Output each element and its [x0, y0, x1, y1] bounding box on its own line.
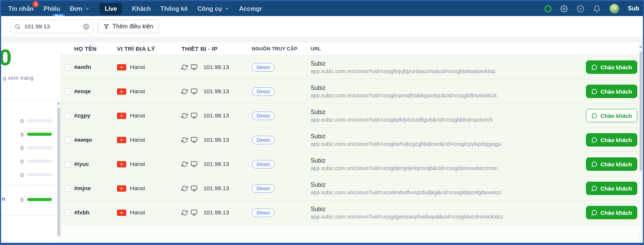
traffic-source-badge: Direct: [252, 87, 275, 96]
search-input[interactable]: [23, 23, 83, 30]
row-checkbox[interactable]: [64, 161, 71, 167]
visitor-city: Hanoi: [130, 136, 145, 143]
nav-item-label: Tin nhắn: [8, 5, 34, 12]
sidebar-scrollbar[interactable]: [57, 100, 61, 243]
clear-search-icon[interactable]: ✕: [83, 23, 89, 30]
avatar[interactable]: [609, 4, 619, 14]
bell-icon[interactable]: [593, 5, 601, 13]
nav-item-live[interactable]: Live: [99, 3, 122, 15]
table-row[interactable]: #zgpy ★ Hanoi 101.99.13 Direct Subiz app…: [61, 104, 639, 128]
visitor-ip: 101.99.13: [203, 209, 229, 216]
nav-item-label: Live: [105, 5, 117, 12]
table-row[interactable]: #awqo ★ Hanoi 101.99.13 Direct Subiz app…: [61, 128, 639, 152]
nav-item-tickets[interactable]: Phiếu Beta: [42, 4, 61, 14]
traffic-source-badge: Direct: [252, 136, 275, 144]
stat-value: 0: [20, 118, 23, 124]
unread-count-badge: 1: [32, 1, 39, 7]
online-status-icon[interactable]: [545, 5, 552, 12]
row-checkbox[interactable]: [64, 137, 71, 143]
desktop-monitor-icon: [191, 88, 197, 95]
navbar-right: Sub: [545, 4, 639, 14]
visitor-city: Hanoi: [130, 161, 145, 167]
section-divider: [1, 37, 643, 43]
table-row[interactable]: #amfn ★ Hanoi 101.99.13 Direct Subiz app…: [61, 55, 639, 79]
greet-visitor-button[interactable]: Chào khách: [586, 109, 637, 122]
visitor-ip: 101.99.13: [203, 136, 229, 143]
check-circle-icon[interactable]: [577, 5, 584, 13]
site-name: Subiz: [311, 206, 584, 213]
browser-refresh-icon: [181, 185, 188, 192]
chat-bubble-icon: [591, 137, 597, 143]
nav-item-label: Công cụ: [197, 5, 222, 12]
search-box[interactable]: ✕: [10, 20, 93, 33]
live-stats-sidebar: 0 g xem trang 0 9 0 0 0 n 9: [1, 43, 61, 243]
greet-visitor-button[interactable]: Chào khách: [586, 206, 637, 219]
vietnam-flag-icon: ★: [117, 64, 126, 70]
sidebar-scrollbar-thumb[interactable]: [57, 108, 60, 236]
row-checkbox[interactable]: [64, 210, 71, 216]
chat-bubble-icon: [591, 64, 597, 70]
desktop-monitor-icon: [191, 136, 197, 143]
greet-visitor-button[interactable]: Chào khách: [586, 182, 637, 195]
table-body: #amfn ★ Hanoi 101.99.13 Direct Subiz app…: [61, 55, 639, 225]
greet-button-label: Chào khách: [600, 113, 632, 119]
search-icon: [15, 23, 21, 30]
nav-item-orders[interactable]: Đơn: [69, 4, 91, 14]
stat-bar: [27, 133, 52, 136]
nav-item-messages[interactable]: Tin nhắn 1: [7, 4, 34, 14]
greet-visitor-button[interactable]: Chào khách: [586, 133, 637, 147]
stat-bar: [27, 119, 52, 122]
traffic-source-badge: Direct: [252, 63, 275, 72]
greet-button-label: Chào khách: [600, 161, 632, 167]
row-checkbox[interactable]: [64, 185, 71, 192]
greet-visitor-button[interactable]: Chào khách: [586, 85, 637, 98]
table-row[interactable]: #fxbh ★ Hanoi 101.99.13 Direct Subiz app…: [61, 201, 639, 225]
nav-item-label: Accmgr: [239, 5, 262, 12]
stat-value: 9: [20, 131, 23, 138]
table-row[interactable]: #mjne ★ Hanoi 101.99.13 Direct Subiz app…: [61, 176, 639, 201]
browser-refresh-icon: [181, 88, 188, 95]
traffic-source-badge: Direct: [252, 111, 275, 120]
chevron-down-icon: [85, 6, 90, 11]
nav-item-label: Phiếu: [43, 5, 60, 12]
greet-button-label: Chào khách: [600, 185, 632, 192]
desktop-monitor-icon: [191, 185, 197, 192]
table-row[interactable]: #iyuc ★ Hanoi 101.99.13 Direct Subiz app…: [61, 152, 639, 176]
table-scrollbar-thumb[interactable]: [640, 51, 642, 171]
chat-bubble-icon: [591, 88, 597, 95]
header-name: HỌ TÊN: [74, 45, 117, 52]
add-condition-button[interactable]: Thêm điều kiện: [98, 20, 159, 33]
table-header-row: HỌ TÊN VỊ TRÍ ĐỊA LÝ THIẾT BỊ - IP NGUỒN…: [61, 43, 639, 55]
table-scrollbar[interactable]: [639, 43, 643, 243]
row-checkbox[interactable]: [64, 88, 71, 95]
nav-item-accmgr[interactable]: Accmgr: [238, 4, 263, 14]
page-url: app.subiz.com.vn/convo?uid=ussgfwjvjfqzu…: [311, 68, 584, 74]
site-name: Subiz: [311, 182, 584, 188]
scroll-up-arrow-icon[interactable]: [639, 45, 642, 48]
header-device-ip: THIẾT BỊ - IP: [181, 45, 252, 52]
greet-visitor-button[interactable]: Chào khách: [586, 157, 637, 171]
stat-bar: [27, 198, 52, 201]
scroll-up-arrow-icon[interactable]: [57, 102, 60, 104]
stats-panel: 0 9 0 0 0 n 9: [1, 100, 61, 243]
greet-button-label: Chào khách: [600, 88, 632, 95]
greet-button-label: Chào khách: [600, 210, 632, 216]
table-row[interactable]: #eoqe ★ Hanoi 101.99.13 Direct Subiz app…: [61, 79, 639, 104]
header-url: URL: [311, 46, 587, 51]
visitor-ip: 101.99.13: [203, 64, 229, 70]
vietnam-flag-icon: ★: [117, 88, 126, 95]
filter-bar: ✕ Thêm điều kiện: [1, 16, 643, 37]
nav-item-visitors[interactable]: Khách: [131, 4, 151, 14]
row-checkbox[interactable]: [64, 113, 71, 119]
visitors-table: HỌ TÊN VỊ TRÍ ĐỊA LÝ THIẾT BỊ - IP NGUỒN…: [61, 43, 639, 243]
nav-item-stats[interactable]: Thống kê: [160, 4, 188, 14]
nav-item-label: Khách: [132, 5, 150, 12]
site-name: Subiz: [311, 85, 584, 91]
gear-icon[interactable]: [560, 5, 568, 13]
row-checkbox[interactable]: [64, 64, 71, 70]
visitor-ip: 101.99.13: [203, 185, 229, 192]
greet-visitor-button[interactable]: Chào khách: [586, 60, 637, 74]
nav-item-label: Thống kê: [161, 5, 188, 12]
nav-item-tools[interactable]: Công cụ: [197, 4, 230, 14]
visitor-name: #amfn: [74, 64, 117, 70]
